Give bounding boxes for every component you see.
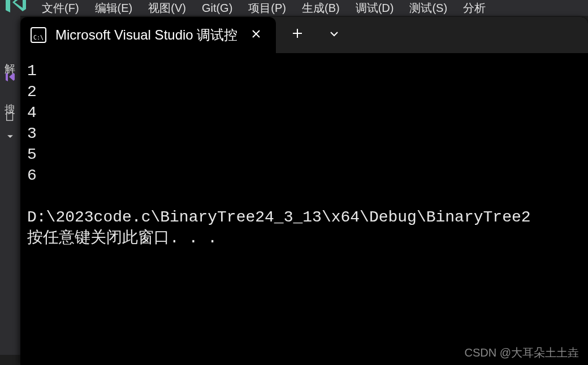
menu-test[interactable]: 测试(S) <box>401 5 455 11</box>
arrow-icon[interactable] <box>5 131 16 142</box>
new-tab-button[interactable] <box>287 23 308 47</box>
svg-rect-0 <box>7 112 13 120</box>
vs-purple-icon[interactable] <box>5 71 16 82</box>
console-icon: C:\ <box>31 27 46 43</box>
sidebar-solution-label[interactable]: 解 <box>3 55 18 59</box>
watermark: CSDN @大耳朵土土垚 <box>464 345 579 360</box>
close-tab-button[interactable] <box>247 27 266 44</box>
tab-bar: C:\ Microsoft Visual Studio 调试控 <box>20 17 588 53</box>
menu-bar: 文件(F) 编辑(E) 视图(V) Git(G) 项目(P) 生成(B) 调试(… <box>0 0 588 16</box>
menu-project[interactable]: 项目(P) <box>240 5 294 11</box>
menu-edit[interactable]: 编辑(E) <box>87 5 141 11</box>
sidebar-search-label[interactable]: 搜 <box>3 95 18 98</box>
tab-dropdown-button[interactable] <box>325 23 344 47</box>
terminal-window: C:\ Microsoft Visual Studio 调试控 1 2 4 3 … <box>20 17 588 365</box>
menu-build[interactable]: 生成(B) <box>294 5 348 11</box>
tab-controls <box>276 17 344 53</box>
menu-view[interactable]: 视图(V) <box>140 5 194 11</box>
menu-debug[interactable]: 调试(D) <box>348 5 402 11</box>
vs-logo-icon <box>2 0 29 16</box>
document-icon[interactable] <box>5 111 16 122</box>
left-sidebar: 解 搜 <box>0 16 20 355</box>
menu-analyze[interactable]: 分析 <box>455 5 494 11</box>
tab-title: Microsoft Visual Studio 调试控 <box>55 26 237 44</box>
terminal-tab[interactable]: C:\ Microsoft Visual Studio 调试控 <box>20 17 276 53</box>
console-output[interactable]: 1 2 4 3 5 6 D:\2023code.c\BinaryTree24_3… <box>20 53 588 257</box>
menu-file[interactable]: 文件(F) <box>34 5 87 11</box>
menu-git[interactable]: Git(G) <box>194 5 240 11</box>
